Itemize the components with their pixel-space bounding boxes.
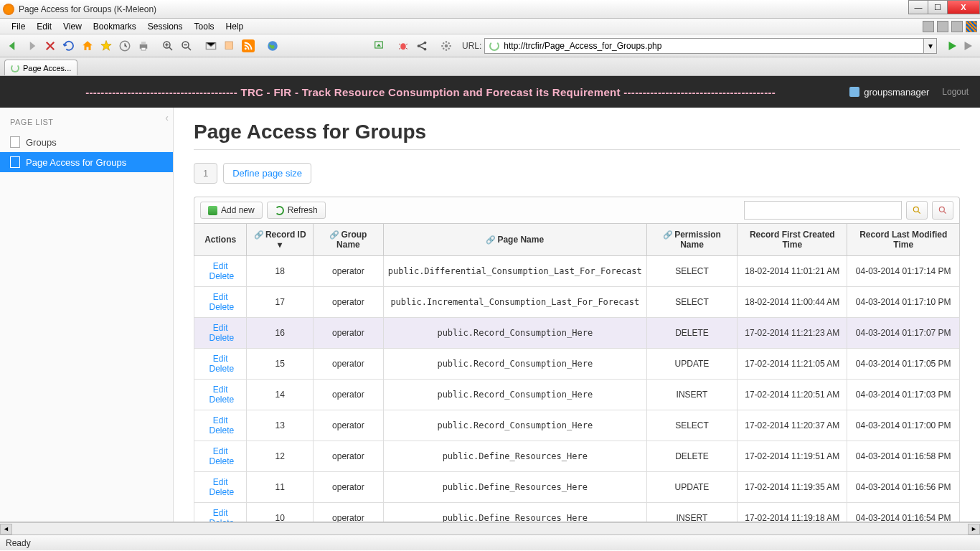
- edit-link[interactable]: Edit: [213, 446, 228, 456]
- refresh-button[interactable]: Refresh: [267, 202, 326, 219]
- menu-sessions[interactable]: Sessions: [142, 20, 189, 33]
- cell-created: 17-02-2014 11:19:35 AM: [738, 472, 847, 503]
- cell-page: public.Record_Consumption_Here: [383, 410, 646, 441]
- pager-current[interactable]: 1: [194, 163, 217, 184]
- user-menu[interactable]: groupsmanager: [849, 87, 929, 98]
- col-group-name[interactable]: 🔗Group Name: [314, 224, 384, 256]
- delete-link[interactable]: Delete: [209, 395, 235, 405]
- menu-file[interactable]: File: [6, 20, 31, 33]
- search-button[interactable]: [906, 201, 928, 220]
- close-button[interactable]: X: [947, 0, 980, 14]
- edit-link[interactable]: Edit: [213, 415, 228, 425]
- go-button[interactable]: [944, 37, 960, 55]
- home-button[interactable]: [79, 37, 96, 55]
- app-header: ----------------------------------------…: [0, 76, 980, 108]
- delete-link[interactable]: Delete: [209, 364, 235, 374]
- url-dropdown[interactable]: ▾: [924, 38, 937, 54]
- sidebar-item-page-access[interactable]: Page Access for Groups: [0, 152, 173, 172]
- close-doc-icon[interactable]: [951, 21, 963, 32]
- cell-modified: 04-03-2014 01:17:03 PM: [847, 380, 960, 410]
- sidebar-collapse-icon[interactable]: ‹: [165, 112, 169, 123]
- maximize-button[interactable]: ☐: [928, 0, 948, 14]
- sidebar-item-groups[interactable]: Groups: [0, 132, 173, 152]
- col-record-id[interactable]: 🔗Record ID ▾: [247, 224, 314, 256]
- forward-button[interactable]: [23, 37, 40, 55]
- col-permission[interactable]: 🔗Permission Name: [646, 224, 737, 256]
- status-bar: Ready: [0, 534, 980, 550]
- minimize-doc-icon[interactable]: [937, 21, 948, 32]
- document-icon: [10, 156, 20, 168]
- edit-link[interactable]: Edit: [213, 477, 228, 487]
- go-alt-button[interactable]: [960, 37, 976, 55]
- delete-link[interactable]: Delete: [209, 487, 235, 497]
- cell-perm: INSERT: [646, 503, 737, 523]
- favorites-button[interactable]: [98, 37, 115, 55]
- share-button[interactable]: [413, 37, 430, 55]
- table-row: Edit Delete10operatorpublic.Define_Resou…: [194, 503, 960, 523]
- restore-icon[interactable]: [923, 21, 934, 32]
- url-input[interactable]: http://trcfir/Page_Access_for_Groups.php: [484, 38, 924, 54]
- bug-button[interactable]: [395, 37, 412, 55]
- cell-modified: 04-03-2014 01:16:58 PM: [847, 441, 960, 472]
- menu-tools[interactable]: Tools: [189, 20, 220, 33]
- globe-button[interactable]: [264, 37, 281, 55]
- print-button[interactable]: [135, 37, 152, 55]
- cell-created: 17-02-2014 11:21:05 AM: [738, 349, 847, 380]
- zoom-out-button[interactable]: [178, 37, 195, 55]
- extension-icon[interactable]: [966, 21, 977, 32]
- col-actions[interactable]: Actions: [194, 224, 247, 256]
- compose-button[interactable]: [221, 37, 238, 55]
- delete-link[interactable]: Delete: [209, 333, 235, 343]
- cell-page: public.Define_Resources_Here: [383, 503, 646, 523]
- svg-rect-7: [225, 42, 233, 50]
- cell-perm: UPDATE: [646, 349, 737, 380]
- edit-link[interactable]: Edit: [213, 385, 228, 395]
- advanced-search-button[interactable]: [932, 201, 953, 220]
- pager-define-size[interactable]: Define page size: [223, 163, 311, 184]
- menu-bookmarks[interactable]: Bookmarks: [88, 20, 142, 33]
- mail-button[interactable]: [202, 37, 220, 55]
- horizontal-scrollbar[interactable]: ◄ ►: [0, 522, 980, 534]
- delete-link[interactable]: Delete: [209, 518, 235, 522]
- table-toolbar: Add new Refresh: [194, 197, 960, 223]
- table-row: Edit Delete15operatorpublic.Record_Consu…: [194, 349, 960, 380]
- logout-link[interactable]: Logout: [942, 87, 969, 97]
- edit-link[interactable]: Edit: [213, 292, 228, 302]
- tab-page-access[interactable]: Page Acces...: [4, 60, 77, 75]
- settings-button[interactable]: [438, 37, 455, 55]
- zoom-in-button[interactable]: [159, 37, 176, 55]
- edit-link[interactable]: Edit: [213, 508, 228, 518]
- menu-view[interactable]: View: [57, 20, 88, 33]
- edit-link[interactable]: Edit: [213, 261, 228, 271]
- reload-button[interactable]: [60, 37, 77, 55]
- scroll-right-icon[interactable]: ►: [968, 524, 980, 534]
- download-button[interactable]: [370, 37, 387, 55]
- table-row: Edit Delete16operatorpublic.Record_Consu…: [194, 318, 960, 349]
- rss-button[interactable]: [240, 37, 257, 55]
- edit-link[interactable]: Edit: [213, 354, 228, 364]
- back-button[interactable]: [4, 37, 22, 55]
- col-page-name[interactable]: 🔗Page Name: [383, 224, 646, 256]
- table-row: Edit Delete17operatorpublic.Incremental_…: [194, 287, 960, 318]
- minimize-button[interactable]: —: [908, 0, 928, 14]
- cell-created: 17-02-2014 11:21:23 AM: [738, 318, 847, 349]
- col-modified[interactable]: Record Last Modified Time: [847, 224, 960, 256]
- stop-button[interactable]: [42, 37, 59, 55]
- page-viewport: ----------------------------------------…: [0, 76, 980, 522]
- search-input[interactable]: [744, 201, 902, 220]
- delete-link[interactable]: Delete: [209, 425, 235, 435]
- history-button[interactable]: [116, 37, 133, 55]
- delete-link[interactable]: Delete: [209, 456, 235, 466]
- delete-link[interactable]: Delete: [209, 271, 235, 281]
- scroll-left-icon[interactable]: ◄: [0, 524, 12, 534]
- svg-rect-2: [141, 42, 146, 44]
- menu-help[interactable]: Help: [220, 20, 250, 33]
- cell-id: 11: [247, 472, 314, 503]
- delete-link[interactable]: Delete: [209, 302, 235, 312]
- menu-edit[interactable]: Edit: [31, 20, 57, 33]
- cell-created: 17-02-2014 11:19:18 AM: [738, 503, 847, 523]
- add-new-button[interactable]: Add new: [200, 202, 263, 219]
- col-created[interactable]: Record First Created Time: [738, 224, 847, 256]
- cell-modified: 04-03-2014 01:16:56 PM: [847, 472, 960, 503]
- edit-link[interactable]: Edit: [213, 323, 228, 333]
